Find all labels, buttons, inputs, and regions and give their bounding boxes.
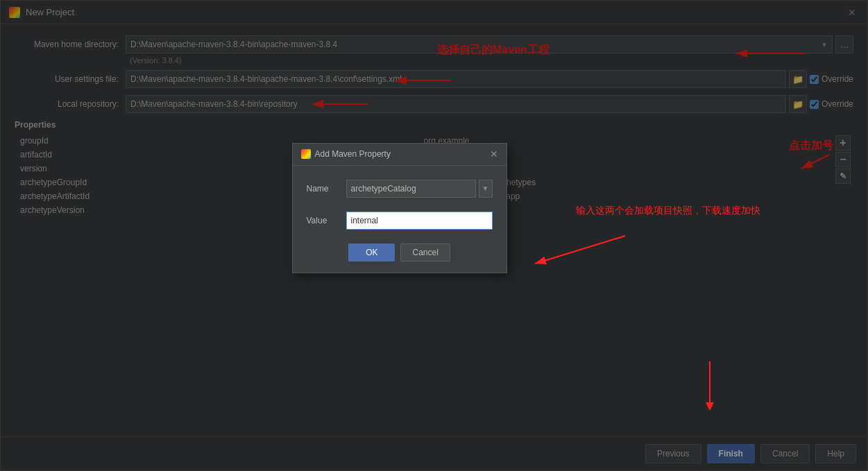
modal-buttons: OK Cancel <box>307 243 493 262</box>
modal-name-dropdown-btn[interactable]: ▼ <box>479 180 493 198</box>
modal-value-input-wrap <box>346 212 493 230</box>
modal-name-input[interactable] <box>346 180 476 198</box>
finish-arrow <box>703 358 717 416</box>
modal-name-input-wrap: ▼ <box>346 180 493 198</box>
modal-content: Name ▼ Value OK Cancel <box>293 166 507 273</box>
modal-dialog: Add Maven Property ✕ Name ▼ Value <box>292 143 507 273</box>
modal-intellij-icon <box>301 149 311 159</box>
modal-title-bar: Add Maven Property ✕ <box>293 144 507 166</box>
modal-close-button[interactable]: ✕ <box>490 148 498 160</box>
modal-overlay: Add Maven Property ✕ Name ▼ Value <box>0 0 868 471</box>
modal-ok-button[interactable]: OK <box>348 243 395 262</box>
modal-annotation: 输入这两个会加载项目快照，下载速度加快 <box>576 205 760 217</box>
modal-value-input[interactable] <box>346 212 493 230</box>
modal-arrow <box>521 229 632 273</box>
modal-title-left: Add Maven Property <box>301 149 391 159</box>
modal-cancel-button[interactable]: Cancel <box>400 243 450 262</box>
modal-name-row: Name ▼ <box>307 180 493 198</box>
modal-title: Add Maven Property <box>315 149 391 159</box>
modal-name-label: Name <box>307 184 338 194</box>
svg-line-9 <box>535 236 625 264</box>
modal-value-label: Value <box>307 216 338 225</box>
modal-value-row: Value <box>307 212 493 230</box>
